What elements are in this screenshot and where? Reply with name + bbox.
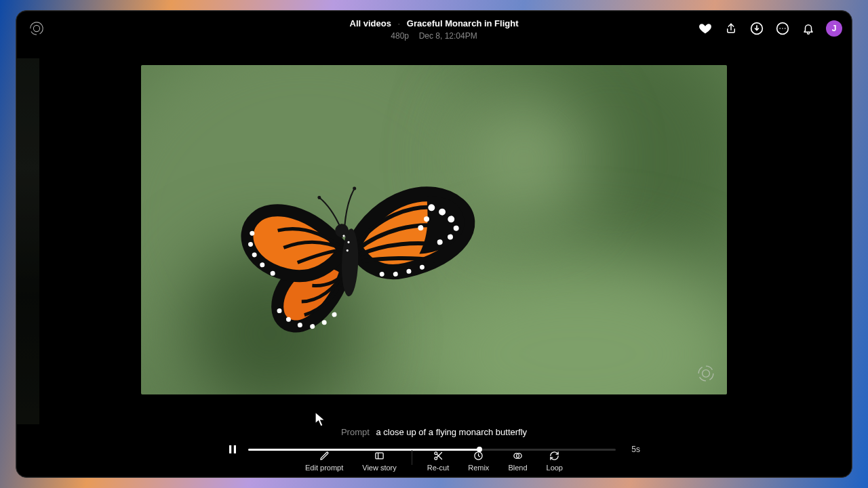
header-actions: J (697, 20, 842, 37)
tool-label: Re-cut (427, 464, 449, 472)
adjacent-video-peek[interactable] (16, 58, 39, 424)
svg-point-5 (785, 28, 786, 29)
heart-icon[interactable] (697, 20, 713, 37)
view-story-button[interactable]: View story (362, 450, 397, 472)
re-cut-button[interactable]: Re-cut (427, 450, 449, 472)
remix-button[interactable]: Remix (468, 450, 489, 472)
tool-separator (412, 450, 412, 465)
bell-icon[interactable] (800, 20, 816, 37)
monarch-butterfly (220, 154, 495, 356)
video-preview[interactable] (141, 65, 727, 394)
tool-row: Edit prompt View story Re-cut Remix Ble (16, 450, 852, 472)
brand-watermark-icon (697, 365, 715, 382)
breadcrumb-root[interactable]: All videos (350, 18, 391, 28)
svg-rect-39 (376, 453, 383, 459)
svg-point-27 (321, 320, 327, 325)
scissors-icon (433, 450, 443, 461)
tool-label: Edit prompt (305, 464, 343, 472)
svg-point-36 (703, 370, 710, 378)
svg-point-3 (779, 28, 781, 29)
share-icon[interactable] (723, 20, 739, 37)
svg-point-29 (340, 228, 359, 297)
blend-button[interactable]: Blend (508, 450, 527, 472)
svg-point-0 (33, 25, 39, 31)
generation-timestamp: Dec 8, 12:04PM (419, 31, 477, 41)
prompt-text: a close up of a flying monarch butterfly (376, 427, 527, 437)
avatar-initial: J (832, 24, 837, 33)
top-bar: All videos · Graceful Monarch in Flight … (16, 11, 852, 49)
loop-icon (549, 450, 559, 461)
app-logo[interactable] (28, 20, 45, 37)
loop-button[interactable]: Loop (547, 450, 563, 472)
prompt-label: Prompt (341, 427, 370, 437)
tool-label: Loop (547, 464, 563, 472)
tool-label: Blend (508, 464, 527, 472)
edit-prompt-button[interactable]: Edit prompt (305, 450, 343, 472)
prompt-row: Prompt a close up of a flying monarch bu… (16, 427, 852, 437)
svg-point-28 (332, 312, 337, 317)
blend-icon (513, 450, 523, 461)
storyboard-icon (374, 450, 384, 461)
download-icon[interactable] (749, 20, 765, 37)
remix-icon (473, 450, 484, 461)
svg-point-4 (782, 28, 783, 29)
tool-label: View story (362, 464, 397, 472)
resolution-badge: 480p (391, 31, 409, 41)
video-detail-window: All videos · Graceful Monarch in Flight … (16, 10, 852, 478)
page-title: Graceful Monarch in Flight (407, 18, 519, 28)
breadcrumb-separator: · (398, 18, 401, 28)
more-icon[interactable] (774, 20, 791, 37)
avatar[interactable]: J (826, 20, 842, 37)
tool-label: Remix (468, 464, 489, 472)
pencil-icon (319, 450, 330, 461)
